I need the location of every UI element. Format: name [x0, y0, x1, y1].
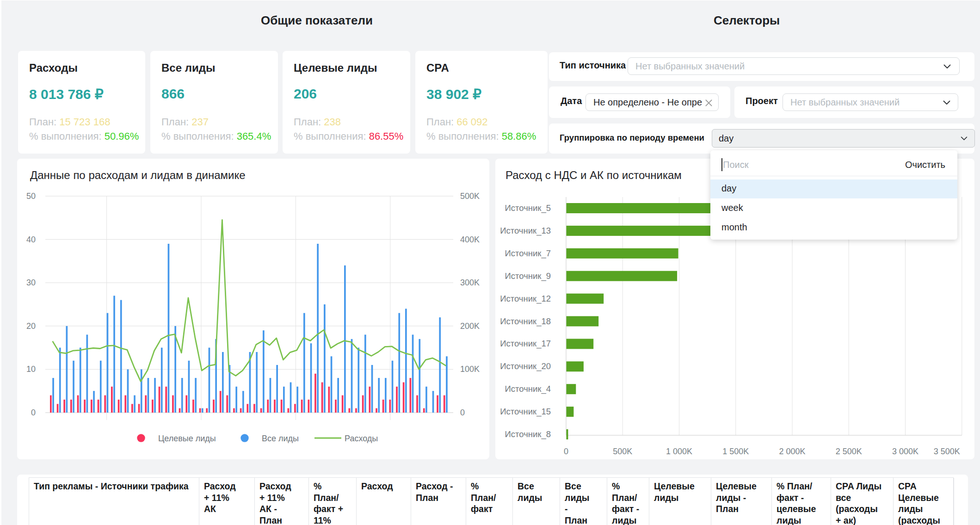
svg-text:Источник_8: Источник_8: [505, 429, 551, 439]
svg-text:Источник_13: Источник_13: [500, 226, 551, 236]
svg-text:2 000K: 2 000K: [779, 447, 805, 456]
svg-text:Все лиды: Все лиды: [262, 434, 299, 443]
svg-text:50: 50: [26, 191, 36, 201]
svg-text:0: 0: [460, 408, 465, 417]
svg-text:20: 20: [26, 321, 36, 331]
svg-text:Источник_20: Источник_20: [500, 361, 551, 371]
svg-text:Источник_9: Источник_9: [505, 271, 551, 281]
svg-text:Целевые лиды: Целевые лиды: [158, 434, 216, 443]
svg-text:300K: 300K: [460, 278, 480, 287]
svg-text:10: 10: [26, 364, 36, 374]
svg-text:Источник_4: Источник_4: [505, 384, 551, 394]
svg-text:Источник_18: Источник_18: [500, 316, 551, 327]
svg-text:Источник_7: Источник_7: [505, 248, 551, 259]
svg-text:3 500K: 3 500K: [934, 447, 960, 456]
svg-text:40: 40: [26, 235, 36, 244]
svg-text:Источник_17: Источник_17: [500, 339, 551, 349]
svg-text:1 000K: 1 000K: [666, 447, 692, 456]
svg-text:Источник_15: Источник_15: [500, 407, 551, 417]
svg-text:2 500K: 2 500K: [836, 447, 862, 456]
svg-text:100K: 100K: [460, 364, 480, 374]
svg-text:200K: 200K: [460, 321, 480, 331]
svg-text:30: 30: [26, 278, 36, 287]
svg-text:500K: 500K: [613, 447, 632, 456]
svg-text:Расходы: Расходы: [345, 434, 378, 443]
svg-text:Источник_12: Источник_12: [500, 294, 551, 304]
svg-text:0: 0: [564, 447, 568, 456]
svg-text:Источник_5: Источник_5: [505, 203, 551, 213]
svg-text:500K: 500K: [460, 191, 480, 201]
svg-text:3 000K: 3 000K: [892, 447, 918, 456]
svg-text:400K: 400K: [460, 235, 480, 244]
svg-text:1 500K: 1 500K: [722, 447, 749, 456]
svg-text:0: 0: [31, 408, 36, 417]
